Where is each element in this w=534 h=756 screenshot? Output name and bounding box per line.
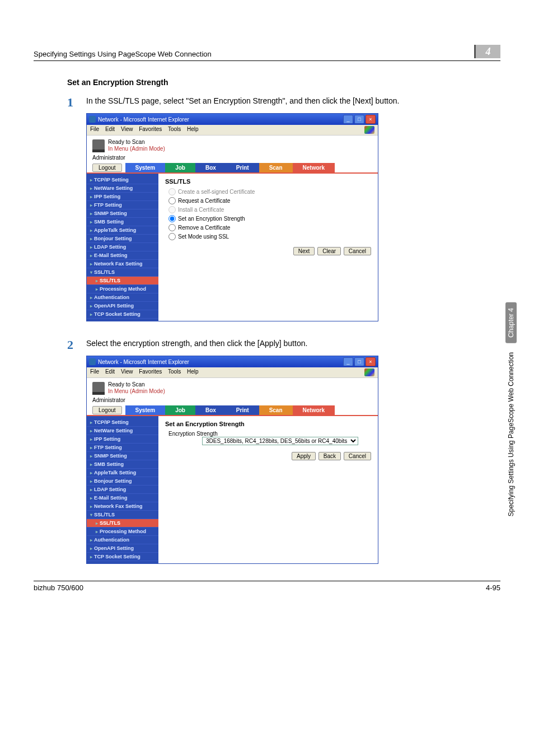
sidenav-item[interactable]: TCP Socket Setting xyxy=(87,310,158,319)
close-button[interactable]: × xyxy=(366,115,376,124)
close-button[interactable]: × xyxy=(366,357,376,366)
maximize-button[interactable]: □ xyxy=(354,115,364,124)
step-text-2: Select the encryption strength, and then… xyxy=(86,338,307,349)
sidenav-item[interactable]: SSL/TLS xyxy=(87,277,158,285)
ie-icon xyxy=(89,116,96,123)
menu-tools[interactable]: Tools xyxy=(168,126,181,132)
ssl-option-radio[interactable] xyxy=(168,224,176,231)
sidenav-item[interactable]: SSL/TLS xyxy=(87,511,158,519)
panel-title: SSL/TLS xyxy=(165,178,371,185)
maximize-button[interactable]: □ xyxy=(354,357,364,366)
logout-button[interactable]: Logout xyxy=(92,164,122,172)
ssl-option-radio xyxy=(168,206,176,213)
sidenav-item[interactable]: Authentication xyxy=(87,536,158,544)
sidenav-item[interactable]: AppleTalk Setting xyxy=(87,226,158,235)
section-number-badge: 4 xyxy=(474,45,500,58)
clear-button[interactable]: Clear xyxy=(317,247,341,255)
status-admin-mode: In Menu (Admin Mode) xyxy=(108,388,165,395)
tab-scan[interactable]: Scan xyxy=(259,163,293,172)
menu-file[interactable]: File xyxy=(90,368,99,375)
tab-network[interactable]: Network xyxy=(293,405,335,415)
sidenav-item[interactable]: OpenAPI Setting xyxy=(87,302,158,310)
status-ready: Ready to Scan xyxy=(108,139,165,146)
sidenav-item[interactable]: LDAP Setting xyxy=(87,243,158,251)
sidenav-item[interactable]: SMB Setting xyxy=(87,218,158,226)
sidenav-item[interactable]: Bonjour Setting xyxy=(87,235,158,243)
step-number-2: 2 xyxy=(67,338,86,351)
tab-network[interactable]: Network xyxy=(293,163,335,172)
logout-button[interactable]: Logout xyxy=(92,406,122,414)
subheading: Set an Encryption Strength xyxy=(67,78,500,87)
sidenav-item[interactable]: AppleTalk Setting xyxy=(87,469,158,477)
menu-view[interactable]: View xyxy=(121,126,133,132)
menu-file[interactable]: File xyxy=(90,126,99,132)
minimize-button[interactable]: _ xyxy=(343,115,353,124)
encryption-strength-select[interactable]: 3DES_168bits, RC4_128bits, DES_56bits or… xyxy=(202,437,358,445)
screenshot-1: Network - Microsoft Internet Explorer _ … xyxy=(86,113,378,321)
tab-box[interactable]: Box xyxy=(195,405,226,415)
menu-edit[interactable]: Edit xyxy=(105,126,115,132)
sidenav-item[interactable]: OpenAPI Setting xyxy=(87,544,158,553)
menu-favorites[interactable]: Favorites xyxy=(139,126,162,132)
ssl-option-radio[interactable] xyxy=(168,215,176,222)
next-button[interactable]: Next xyxy=(293,247,315,255)
sidenav-item[interactable]: IPP Setting xyxy=(87,193,158,201)
tab-job[interactable]: Job xyxy=(165,405,195,415)
tab-job[interactable]: Job xyxy=(165,163,195,172)
tab-print[interactable]: Print xyxy=(226,163,259,172)
sidenav-item[interactable]: Authentication xyxy=(87,293,158,302)
sidenav-item[interactable]: SNMP Setting xyxy=(87,452,158,460)
apply-button[interactable]: Apply xyxy=(292,452,316,460)
ssl-option-radio xyxy=(168,188,176,195)
ssl-option-radio[interactable] xyxy=(168,197,176,204)
menu-favorites[interactable]: Favorites xyxy=(139,368,162,375)
sidenav-item[interactable]: LDAP Setting xyxy=(87,486,158,494)
sidenav-item[interactable]: SMB Setting xyxy=(87,460,158,469)
ie-icon xyxy=(89,358,96,365)
menu-edit[interactable]: Edit xyxy=(105,368,115,375)
sidenav-item[interactable]: IPP Setting xyxy=(87,435,158,444)
tab-scan[interactable]: Scan xyxy=(259,405,293,415)
status-ready: Ready to Scan xyxy=(108,381,165,388)
back-button[interactable]: Back xyxy=(318,452,341,460)
cancel-button[interactable]: Cancel xyxy=(344,452,371,460)
step-text-1: In the SSL/TLS page, select "Set an Encr… xyxy=(86,96,399,106)
sidenav-item[interactable]: E-Mail Setting xyxy=(87,494,158,502)
sidenav-item[interactable]: SSL/TLS xyxy=(87,519,158,528)
sidenav-item[interactable]: Processing Method xyxy=(87,285,158,293)
ssl-option-radio[interactable] xyxy=(168,233,176,240)
sidenav-item[interactable]: Network Fax Setting xyxy=(87,502,158,511)
sidenav-item[interactable]: Network Fax Setting xyxy=(87,260,158,268)
step-number-1: 1 xyxy=(67,96,86,109)
sidenav-item[interactable]: TCP Socket Setting xyxy=(87,553,158,561)
tab-system[interactable]: System xyxy=(125,405,166,415)
minimize-button[interactable]: _ xyxy=(343,357,353,366)
sidenav-item[interactable]: SNMP Setting xyxy=(87,209,158,218)
administrator-label: Administrator xyxy=(87,396,378,405)
header-title: Specifying Settings Using PageScope Web … xyxy=(34,50,212,58)
sidenav-item[interactable]: TCP/IP Setting xyxy=(87,176,158,184)
menu-view[interactable]: View xyxy=(121,368,133,375)
menu-tools[interactable]: Tools xyxy=(168,368,181,375)
side-section-title: Specifying Settings Using PageScope Web … xyxy=(507,350,515,519)
menu-help[interactable]: Help xyxy=(187,126,199,132)
window-titlebar: Network - Microsoft Internet Explorer _ … xyxy=(87,114,378,125)
sidenav-item[interactable]: FTP Setting xyxy=(87,444,158,452)
sidenav-item[interactable]: TCP/IP Setting xyxy=(87,418,158,427)
tab-system[interactable]: System xyxy=(125,163,166,172)
printer-icon xyxy=(92,382,105,395)
windows-logo-icon xyxy=(364,368,374,376)
sidenav-item[interactable]: NetWare Setting xyxy=(87,427,158,435)
sidenav-item[interactable]: NetWare Setting xyxy=(87,184,158,193)
panel-title: Set an Encryption Strength xyxy=(165,421,371,427)
sidenav-item[interactable]: SSL/TLS xyxy=(87,268,158,277)
tab-box[interactable]: Box xyxy=(195,163,226,172)
tab-print[interactable]: Print xyxy=(226,405,259,415)
windows-logo-icon xyxy=(364,126,374,134)
sidenav-item[interactable]: Processing Method xyxy=(87,528,158,536)
sidenav-item[interactable]: FTP Setting xyxy=(87,201,158,209)
cancel-button[interactable]: Cancel xyxy=(344,247,371,255)
sidenav-item[interactable]: Bonjour Setting xyxy=(87,477,158,486)
sidenav-item[interactable]: E-Mail Setting xyxy=(87,251,158,260)
menu-help[interactable]: Help xyxy=(187,368,199,375)
